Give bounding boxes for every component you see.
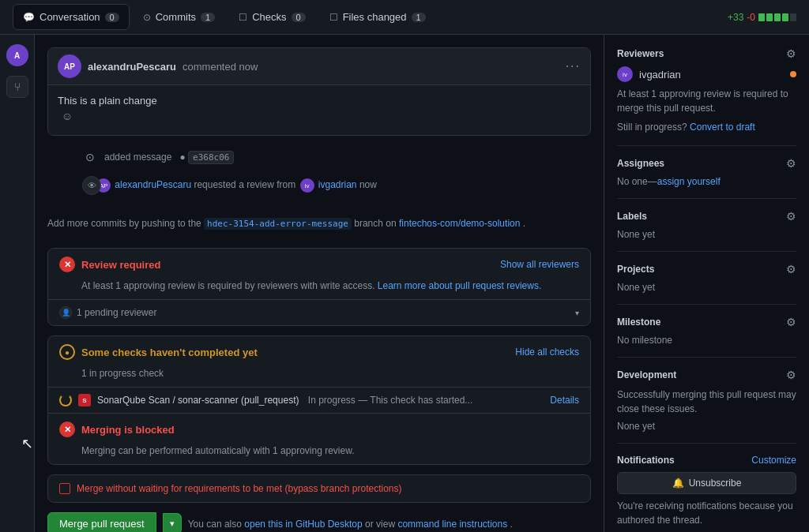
- person-icon: 👤: [59, 306, 72, 319]
- reviewer-link[interactable]: ivgadrian: [318, 179, 357, 190]
- labels-gear-icon[interactable]: ⚙: [786, 210, 796, 223]
- commits-icon: ⊙: [143, 12, 151, 23]
- development-gear-icon[interactable]: ⚙: [786, 369, 796, 381]
- learn-more-link[interactable]: Learn more about pull request reviews.: [378, 280, 541, 291]
- merge-blocked-desc: Merging can be performed automatically w…: [48, 445, 590, 464]
- left-sidebar: A ⑂: [0, 35, 35, 532]
- milestone-none: No milestone: [617, 335, 796, 346]
- checks-status-desc: 1 in progress check: [48, 368, 590, 387]
- bypass-row: Merge without waiting for requirements t…: [47, 474, 591, 503]
- tab-bar: 💬 Conversation 0 ⊙ Commits 1 ☐ Checks 0 …: [0, 0, 809, 35]
- sonarqube-logo: S: [78, 394, 91, 406]
- repo-link[interactable]: fintechos-com/demo-solution: [399, 218, 520, 229]
- reviewer-avatar-ivgadrian: iv: [617, 66, 633, 82]
- sidebar-notifications-section: Notifications Customize 🔔 Unsubscribe Yo…: [617, 455, 796, 532]
- sidebar-assignees-section: Assignees ⚙ No one—assign yourself: [617, 157, 796, 199]
- unsubscribe-button[interactable]: 🔔 Unsubscribe: [617, 472, 796, 494]
- main-content: A ⑂ AP alexandruPescaru commented now ··…: [0, 35, 809, 532]
- notifications-info: You're receiving notifications because y…: [617, 499, 796, 527]
- tab-files-changed[interactable]: ☐ Files changed 1: [319, 4, 436, 30]
- sidebar-projects-section: Projects ⚙ None yet: [617, 263, 796, 305]
- reviewer-item-ivgadrian: iv ivgadrian: [617, 66, 796, 82]
- notifications-header: Notifications Customize: [617, 455, 796, 466]
- merge-blocked-header: ✕ Merging is blocked: [48, 414, 590, 445]
- bell-icon: 🔔: [672, 478, 684, 489]
- development-desc: Successfully merging this pull request m…: [617, 388, 796, 416]
- review-request: 👁 AP alexandruPescaru requested a review…: [47, 172, 591, 199]
- merge-blocked-title: Merging is blocked: [81, 424, 175, 436]
- checks-badge: 0: [292, 13, 306, 22]
- projects-gear-icon[interactable]: ⚙: [786, 263, 796, 275]
- check-name: SonarQube Scan / sonar-scanner (pull_req…: [97, 395, 299, 406]
- review-required-icon: ✕: [59, 257, 75, 272]
- projects-title: Projects: [617, 264, 654, 275]
- customize-notifications-link[interactable]: Customize: [751, 455, 796, 466]
- open-desktop-link[interactable]: open this in GitHub Desktop: [244, 519, 362, 530]
- convert-to-draft-link[interactable]: Convert to draft: [690, 122, 755, 133]
- git-branch-icon[interactable]: ⑂: [6, 76, 28, 98]
- merge-blocked-icon: ✕: [59, 421, 75, 437]
- checks-status-box: ● Some checks haven't completed yet Hide…: [47, 335, 591, 465]
- reviewers-header: Reviewers ⚙: [617, 47, 796, 60]
- command-line-link[interactable]: command line instructions: [397, 519, 507, 530]
- event-text: added message ● e368c06: [104, 152, 234, 163]
- commenter-avatar: AP: [58, 54, 81, 78]
- comment-header: AP alexandruPescaru commented now ···: [48, 48, 590, 85]
- diff-block-3: [774, 13, 781, 21]
- branch-info: Add more commits by pushing to the hdec-…: [47, 212, 591, 242]
- labels-header: Labels ⚙: [617, 210, 796, 223]
- sidebar-milestone-section: Milestone ⚙ No milestone: [617, 316, 796, 358]
- check-details-link[interactable]: Details: [550, 395, 579, 406]
- review-required-title: Review required: [81, 259, 160, 271]
- requester-link[interactable]: alexandruPescaru: [115, 179, 191, 190]
- merge-pull-request-button[interactable]: Merge pull request: [47, 512, 156, 532]
- files-icon: ☐: [329, 12, 338, 23]
- development-none: None yet: [617, 421, 796, 432]
- check-status-text: In progress — This check has started...: [308, 395, 473, 406]
- comment-author: alexandruPescaru: [88, 61, 176, 73]
- reviewer-pending-dot: [790, 71, 796, 77]
- milestone-gear-icon[interactable]: ⚙: [786, 316, 796, 328]
- tab-commits[interactable]: ⊙ Commits 1: [133, 4, 225, 30]
- diff-blocks: [758, 13, 796, 21]
- review-required-header: ✕ Review required Show all reviewers: [48, 249, 590, 280]
- bypass-label: Merge without waiting for requirements t…: [77, 483, 402, 494]
- bypass-checkbox[interactable]: [59, 483, 70, 494]
- notifications-title: Notifications: [617, 455, 675, 466]
- comment-options-button[interactable]: ···: [566, 59, 581, 73]
- checks-status-title: Some checks haven't completed yet: [81, 347, 258, 358]
- user-avatar-sidebar[interactable]: A: [6, 44, 28, 66]
- review-required-desc: At least 1 approving review is required …: [48, 280, 590, 299]
- assignees-title: Assignees: [617, 158, 664, 169]
- checks-icon: ☐: [239, 12, 247, 23]
- pending-reviewer-text: 1 pending reviewer: [77, 307, 156, 318]
- assignees-gear-icon[interactable]: ⚙: [786, 157, 796, 170]
- merge-dropdown-button[interactable]: ▾: [163, 513, 182, 532]
- sha-badge: e368c06: [188, 151, 234, 164]
- commits-badge: 1: [201, 13, 215, 22]
- assign-yourself-link[interactable]: assign yourself: [657, 176, 721, 187]
- diff-block-2: [766, 13, 773, 21]
- reviewer-avatar-inline: iv: [300, 178, 314, 193]
- show-all-reviewers-link[interactable]: Show all reviewers: [500, 259, 579, 270]
- development-header: Development ⚙: [617, 369, 796, 381]
- reviewers-gear-icon[interactable]: ⚙: [786, 47, 796, 60]
- hide-all-checks-link[interactable]: Hide all checks: [515, 347, 579, 358]
- pending-reviewer-row[interactable]: 👤 1 pending reviewer ▾: [48, 299, 590, 325]
- checks-status-header: ● Some checks haven't completed yet Hide…: [48, 336, 590, 368]
- comment-text: This is a plain change: [58, 95, 581, 107]
- review-eye-icon: 👁: [82, 176, 101, 195]
- tab-conversation[interactable]: 💬 Conversation 0: [13, 4, 130, 30]
- chevron-down-icon[interactable]: ▾: [575, 309, 579, 317]
- assignees-none: No one—assign yourself: [617, 176, 796, 187]
- branch-link[interactable]: hdec-3154-add-error-message: [204, 218, 352, 230]
- sidebar-reviewers-section: Reviewers ⚙ iv ivgadrian At least 1 appr…: [617, 47, 796, 146]
- milestone-header: Milestone ⚙: [617, 316, 796, 328]
- right-sidebar: Reviewers ⚙ iv ivgadrian At least 1 appr…: [604, 35, 809, 532]
- diff-stat: +33 -0: [728, 12, 796, 23]
- emoji-button[interactable]: ☺: [58, 107, 77, 126]
- milestone-title: Milestone: [617, 317, 660, 328]
- tab-checks[interactable]: ☐ Checks 0: [228, 4, 315, 30]
- comment-body: This is a plain change ☺: [48, 85, 590, 135]
- development-title: Development: [617, 369, 676, 380]
